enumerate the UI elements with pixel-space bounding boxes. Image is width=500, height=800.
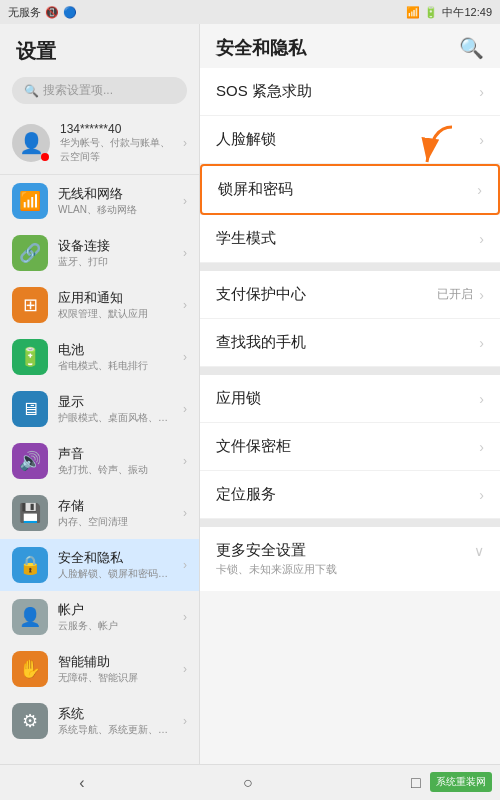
right-item-sos[interactable]: SOS 紧急求助 › bbox=[200, 68, 500, 116]
right-item-chevron-icon-findphone: › bbox=[479, 335, 484, 351]
sidebar-item-display[interactable]: 🖥 显示 护眼模式、桌面风格、壁纸 › bbox=[0, 383, 199, 435]
sidebar-text-storage: 存储 内存、空间清理 bbox=[58, 497, 173, 529]
home-button[interactable]: ○ bbox=[223, 768, 273, 798]
right-item-label-filesafe: 文件保密柜 bbox=[216, 437, 479, 456]
sidebar-chevron-account: › bbox=[183, 610, 187, 624]
sidebar-icon-apps: ⊞ bbox=[12, 287, 48, 323]
sidebar-item-desc-device: 蓝牙、打印 bbox=[58, 255, 173, 269]
sidebar-chevron-device: › bbox=[183, 246, 187, 260]
sidebar-text-sound: 声音 免打扰、铃声、振动 bbox=[58, 445, 173, 477]
right-item-label-payment: 支付保护中心 bbox=[216, 285, 437, 304]
right-panel: 安全和隐私 🔍 SOS 紧急求助 › 人脸解锁 › bbox=[200, 24, 500, 800]
sidebar-item-name-storage: 存储 bbox=[58, 497, 173, 515]
sidebar-item-name-wifi: 无线和网络 bbox=[58, 185, 173, 203]
sidebar-text-system: 系统 系统导航、系统更新、关于平板、语言和输入法 bbox=[58, 705, 173, 737]
right-item-student[interactable]: 学生模式 › bbox=[200, 215, 500, 263]
sidebar-item-apps[interactable]: ⊞ 应用和通知 权限管理、默认应用 › bbox=[0, 279, 199, 331]
notification-dot bbox=[41, 153, 49, 161]
avatar: 👤 bbox=[12, 124, 50, 162]
status-right: 📶 🔋 中午12:49 bbox=[406, 5, 492, 20]
sidebar-item-desc-assist: 无障碍、智能识屏 bbox=[58, 671, 173, 685]
sidebar-item-desc-storage: 内存、空间清理 bbox=[58, 515, 173, 529]
sidebar-item-desc-display: 护眼模式、桌面风格、壁纸 bbox=[58, 411, 173, 425]
right-item-chevron-icon-payment: › bbox=[479, 287, 484, 303]
sidebar-text-wifi: 无线和网络 WLAN、移动网络 bbox=[58, 185, 173, 217]
sidebar-item-name-apps: 应用和通知 bbox=[58, 289, 173, 307]
sidebar-item-desc-battery: 省电模式、耗电排行 bbox=[58, 359, 173, 373]
right-item-payment[interactable]: 支付保护中心 已开启 › bbox=[200, 271, 500, 319]
right-search-icon[interactable]: 🔍 bbox=[459, 36, 484, 60]
sidebar-item-name-display: 显示 bbox=[58, 393, 173, 411]
right-item-chevron-icon-applock: › bbox=[479, 391, 484, 407]
sidebar-item-desc-system: 系统导航、系统更新、关于平板、语言和输入法 bbox=[58, 723, 173, 737]
sidebar-item-name-battery: 电池 bbox=[58, 341, 173, 359]
service-icon: 📵 bbox=[45, 6, 59, 19]
sidebar-item-wifi[interactable]: 📶 无线和网络 WLAN、移动网络 › bbox=[0, 175, 199, 227]
search-placeholder: 搜索设置项... bbox=[43, 82, 113, 99]
sidebar-item-account[interactable]: 👤 帐户 云服务、帐户 › bbox=[0, 591, 199, 643]
right-item-label-face: 人脸解锁 bbox=[216, 130, 479, 149]
bottom-navigation: ‹ ○ □ bbox=[0, 764, 500, 800]
more-settings-desc: 卡锁、未知来源应用下载 bbox=[216, 562, 474, 577]
sidebar-item-name-assist: 智能辅助 bbox=[58, 653, 173, 671]
sidebar-icon-storage: 💾 bbox=[12, 495, 48, 531]
right-item-chevron-icon-face: › bbox=[479, 132, 484, 148]
section-divider-3 bbox=[200, 519, 500, 527]
sidebar-icon-display: 🖥 bbox=[12, 391, 48, 427]
right-item-value-payment: 已开启 bbox=[437, 286, 473, 303]
back-button[interactable]: ‹ bbox=[59, 768, 104, 798]
status-bar: 无服务 📵 🔵 📶 🔋 中午12:49 bbox=[0, 0, 500, 24]
no-service-text: 无服务 bbox=[8, 5, 41, 20]
main-layout: 设置 🔍 搜索设置项... 👤 134******40 华为帐号、付款与账单、云… bbox=[0, 24, 500, 800]
right-item-label-findphone: 查找我的手机 bbox=[216, 333, 479, 352]
sidebar-chevron-wifi: › bbox=[183, 194, 187, 208]
sidebar-title: 设置 bbox=[0, 24, 199, 73]
right-panel-title: 安全和隐私 bbox=[216, 36, 306, 60]
sidebar-item-security[interactable]: 🔒 安全和隐私 人脸解锁、锁屏和密码、学生模式 › bbox=[0, 539, 199, 591]
more-settings-title: 更多安全设置 bbox=[216, 541, 474, 560]
sidebar-item-name-device: 设备连接 bbox=[58, 237, 173, 255]
sidebar-items-list: 📶 无线和网络 WLAN、移动网络 › 🔗 设备连接 蓝牙、打印 › ⊞ 应用和… bbox=[0, 175, 199, 800]
sidebar-icon-wifi: 📶 bbox=[12, 183, 48, 219]
right-item-applock[interactable]: 应用锁 › bbox=[200, 375, 500, 423]
user-text: 134******40 华为帐号、付款与账单、云空间等 bbox=[60, 122, 173, 164]
sidebar-item-desc-sound: 免打扰、铃声、振动 bbox=[58, 463, 173, 477]
user-name: 134******40 bbox=[60, 122, 173, 136]
sidebar-chevron-apps: › bbox=[183, 298, 187, 312]
right-item-chevron-icon-location: › bbox=[479, 487, 484, 503]
user-chevron-icon: › bbox=[183, 136, 187, 150]
sidebar-item-storage[interactable]: 💾 存储 内存、空间清理 › bbox=[0, 487, 199, 539]
sidebar: 设置 🔍 搜索设置项... 👤 134******40 华为帐号、付款与账单、云… bbox=[0, 24, 200, 800]
more-settings-chevron-icon: ∨ bbox=[474, 543, 484, 559]
sidebar-item-assist[interactable]: ✋ 智能辅助 无障碍、智能识屏 › bbox=[0, 643, 199, 695]
sidebar-search[interactable]: 🔍 搜索设置项... bbox=[12, 77, 187, 104]
sidebar-chevron-security: › bbox=[183, 558, 187, 572]
sidebar-text-assist: 智能辅助 无障碍、智能识屏 bbox=[58, 653, 173, 685]
right-item-chevron-icon-student: › bbox=[479, 231, 484, 247]
more-settings-item[interactable]: 更多安全设置 卡锁、未知来源应用下载 ∨ bbox=[200, 527, 500, 591]
sidebar-item-name-sound: 声音 bbox=[58, 445, 173, 463]
right-item-label-sos: SOS 紧急求助 bbox=[216, 82, 479, 101]
sidebar-item-sound[interactable]: 🔊 声音 免打扰、铃声、振动 › bbox=[0, 435, 199, 487]
right-item-chevron-icon-lockscreen: › bbox=[477, 182, 482, 198]
sidebar-item-system[interactable]: ⚙ 系统 系统导航、系统更新、关于平板、语言和输入法 › bbox=[0, 695, 199, 747]
wifi-icon: 🔵 bbox=[63, 6, 77, 19]
sidebar-item-battery[interactable]: 🔋 电池 省电模式、耗电排行 › bbox=[0, 331, 199, 383]
sidebar-item-device[interactable]: 🔗 设备连接 蓝牙、打印 › bbox=[0, 227, 199, 279]
right-item-label-student: 学生模式 bbox=[216, 229, 479, 248]
sidebar-chevron-storage: › bbox=[183, 506, 187, 520]
right-item-label-location: 定位服务 bbox=[216, 485, 479, 504]
user-profile-item[interactable]: 👤 134******40 华为帐号、付款与账单、云空间等 › bbox=[0, 112, 199, 175]
user-desc: 华为帐号、付款与账单、云空间等 bbox=[60, 136, 173, 164]
right-items-list: SOS 紧急求助 › 人脸解锁 › 锁屏和密码 › bbox=[200, 68, 500, 800]
sidebar-item-desc-security: 人脸解锁、锁屏和密码、学生模式 bbox=[58, 567, 173, 581]
right-item-filesafe[interactable]: 文件保密柜 › bbox=[200, 423, 500, 471]
right-item-chevron-icon-sos: › bbox=[479, 84, 484, 100]
right-item-face[interactable]: 人脸解锁 › bbox=[200, 116, 500, 164]
sidebar-icon-assist: ✋ bbox=[12, 651, 48, 687]
right-item-chevron-icon-filesafe: › bbox=[479, 439, 484, 455]
right-item-location[interactable]: 定位服务 › bbox=[200, 471, 500, 519]
section-divider-1 bbox=[200, 263, 500, 271]
right-item-lockscreen[interactable]: 锁屏和密码 › bbox=[200, 164, 500, 215]
right-item-findphone[interactable]: 查找我的手机 › bbox=[200, 319, 500, 367]
